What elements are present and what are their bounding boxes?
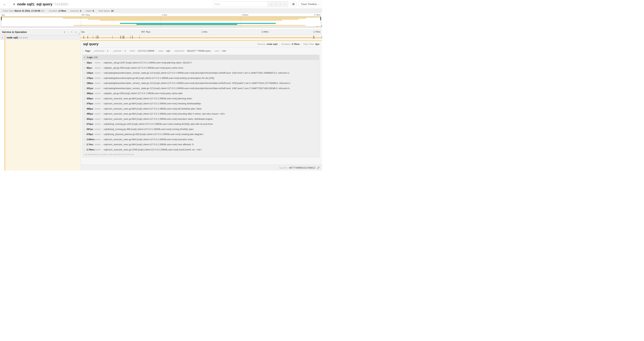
chevron-right-icon: › [84, 67, 85, 69]
chevron-right-icon: › [84, 82, 85, 84]
tag-equals: = [185, 50, 186, 52]
tag-separator [128, 50, 128, 52]
log-timestamp: 80μs: [86, 65, 95, 71]
chevron-right-icon: › [84, 77, 85, 79]
tag-value: 1 [124, 50, 126, 52]
log-row[interactable]: ›366μs:event=‹sql/plan_opt.go:358 [nsql1… [82, 91, 319, 96]
log-field-value: ‹sql/distsql_running.go:498 [nsql1,clien… [103, 128, 194, 131]
viewport-scrub-handle-left[interactable] [1, 17, 2, 20]
log-field-equals: = [101, 113, 102, 115]
log-row[interactable]: ›2.69ms:event=‹sql/conn_executor_exec.go… [82, 137, 319, 142]
log-row[interactable]: ›495μs:event=‹sql/conn_executor_exec.go:… [82, 111, 319, 116]
summary-item-label: Depth [86, 10, 92, 12]
span-name-cell[interactable]: ∨ node sql1 sql query [0, 35, 80, 40]
locate-icon[interactable]: ◎ [270, 3, 272, 6]
chevron-right-icon: › [84, 102, 85, 105]
log-row[interactable]: ›459μs:event=‹sql/conn_executor_exec.go:… [82, 96, 319, 101]
tag-value: 1 [107, 50, 108, 52]
log-field-equals: = [101, 92, 102, 95]
log-row[interactable]: ›486μs:event=‹sql/conn_executor_exec.go:… [82, 106, 319, 111]
log-row[interactable]: ›476μs:event=‹sql/conn_executor_exec.go:… [82, 101, 319, 106]
summary-item-suffix: .326 [40, 10, 44, 12]
tags-accordion[interactable]: › Tags: _unfinished=1_verbose=1client=12… [83, 49, 226, 53]
log-row[interactable]: ›80μs:event=‹sql/plan_opt.go:358 [nsql1,… [82, 65, 319, 71]
log-field-equals: = [101, 128, 102, 131]
tag-item: client=127.0.0.1:59936 [130, 50, 154, 52]
log-row[interactable]: ›201μs:event=‹sql/catalog/lease/descript… [82, 86, 319, 91]
log-row[interactable]: ›502μs:event=‹sql/conn_executor_exec.go:… [82, 116, 319, 122]
find-input[interactable] [213, 2, 268, 7]
ruler-tick-label: 2.09ms [262, 29, 269, 35]
log-row[interactable]: ›2.79ms:event=‹sql/conn_executor_exec.go… [82, 147, 319, 152]
span-collapse-chevron-icon[interactable]: ∨ [2, 35, 3, 40]
logs-count: (18) [94, 56, 98, 59]
collapse-trace-chevron-icon[interactable]: ∨ [13, 3, 15, 6]
span-color-stripe [4, 35, 5, 40]
log-marker-tick [123, 36, 123, 39]
column-resizer-grip[interactable] [78, 33, 80, 35]
log-field-value: ‹sql/plan_opt.go:358 [nsql1,client=127.0… [103, 92, 183, 95]
tag-equals: = [164, 50, 165, 52]
log-row[interactable]: ›176μs:event=‹sql/catalog/descs/descript… [82, 76, 319, 81]
ruler-tick-label: 2.09ms [242, 13, 248, 17]
log-field-equals: = [101, 82, 102, 84]
view-select-button[interactable]: Trace Timeline ∨ [299, 1, 322, 7]
log-timestamp: 502μs: [86, 116, 95, 122]
log-marker-tick [313, 36, 314, 39]
keyboard-shortcuts-button[interactable]: ⌘ [290, 1, 296, 7]
prev-match-icon[interactable]: ∧ [275, 3, 277, 6]
minimap-gridline [81, 17, 81, 27]
log-row[interactable]: ›574μs:event=‹sql/distsql_running.go:142… [82, 121, 319, 127]
viewport-scrub-handle-right[interactable] [320, 17, 321, 20]
log-row[interactable]: ›597μs:event=‹sql/distsql_running.go:498… [82, 127, 319, 132]
timeline-minimap[interactable] [1, 17, 321, 27]
span-color-stripe [4, 40, 5, 171]
deep-link-icon[interactable] [317, 167, 320, 169]
chevron-right-icon: › [84, 72, 85, 74]
log-field-value: ‹sql/conn_executor_exec.go:684 [nsql1,cl… [103, 102, 201, 105]
expand-all-icon[interactable]: » [75, 31, 76, 33]
log-row[interactable]: ›34μs:event=‹sql/exec_util.go:2297 [nsql… [82, 60, 319, 65]
log-field-value: ‹sql/catalog/lease/descriptor_version_st… [103, 72, 290, 74]
back-button[interactable]: ← [0, 0, 10, 8]
span-row[interactable]: ∨ node sql1 sql query [0, 35, 322, 40]
find-group: ◎ ∧ ∨ × [213, 1, 288, 7]
tag-value: root [222, 50, 226, 52]
collapse-one-icon[interactable]: ∨ [64, 31, 66, 33]
chevron-right-icon: › [84, 118, 85, 120]
summary-item: Trace StartMarch 31 2022, 17:25:09.326 [2, 10, 44, 12]
log-marker-tick [139, 36, 140, 39]
log-row[interactable]: ›2.7ms:event=‹sql/conn_executor_exec.go:… [82, 142, 319, 147]
log-field-equals: = [101, 149, 102, 151]
chevron-right-icon: › [84, 138, 85, 141]
logs-list: ›34μs:event=‹sql/exec_util.go:2297 [nsql… [82, 60, 319, 152]
stat-item: Start Time:0μs [303, 43, 320, 45]
tag-item: node=sql1 [158, 50, 170, 52]
log-marker-tick [84, 36, 84, 39]
log-field-key: event [95, 138, 100, 141]
tag-key: node [158, 50, 163, 52]
span-duration-bar[interactable] [81, 37, 322, 39]
header-controls: ◎ ∧ ∨ × ⌘ Trace Timeline ∨ [213, 1, 322, 7]
collapse-all-icon[interactable]: » [71, 31, 73, 33]
expand-one-icon[interactable]: › [68, 31, 69, 33]
summary-separator [96, 10, 96, 12]
logs-accordion-header[interactable]: ∨ Logs (18) [82, 55, 319, 60]
log-row[interactable]: ›678μs:event=‹sql/distsql_physical_plann… [82, 132, 319, 137]
ruler-tick-label: 0μs [2, 13, 5, 17]
log-row[interactable]: ›142μs:event=‹sql/catalog/lease/descript… [82, 70, 319, 76]
log-field-value: ‹sql/catalog/lease/descriptor_version_st… [103, 82, 291, 84]
log-row[interactable]: ›189μs:event=‹sql/catalog/lease/descript… [82, 81, 319, 86]
chevron-right-icon: › [84, 143, 85, 146]
span-bar-cell[interactable] [81, 35, 322, 40]
tag-value: 127.0.0.1:59936 [138, 50, 154, 52]
next-match-icon[interactable]: ∨ [280, 3, 281, 6]
ruler-tick-label: 0μs [81, 29, 85, 35]
summary-item: Duration2.79ms [49, 10, 66, 12]
log-field-value: ‹sql/conn_executor_exec.go:684 [nsql1,cl… [103, 138, 193, 141]
summary-item-value: 2.79ms [58, 10, 66, 12]
log-field-equals: = [101, 72, 102, 74]
clear-search-icon[interactable]: × [284, 3, 285, 6]
log-timestamp: 476μs: [86, 101, 95, 106]
tag-separator [212, 50, 213, 52]
